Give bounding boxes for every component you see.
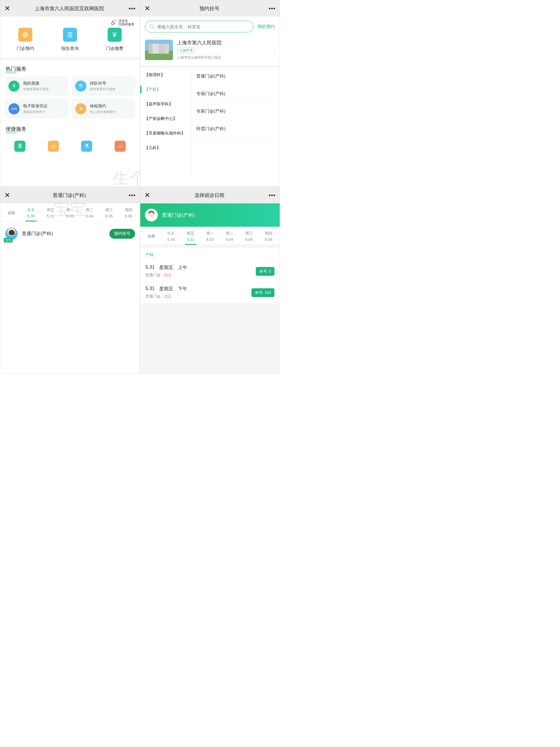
clinic-type-list[interactable]: 普通门诊(产科)专病门诊(产科)专家门诊(产科)特需门诊(产科)	[192, 68, 280, 176]
date-weekday: 周一	[206, 231, 214, 236]
close-icon[interactable]: ✕	[144, 4, 150, 12]
date-tab[interactable]: 今天5.30	[162, 231, 181, 244]
department-list[interactable]: 【病理科】【产科】【超声医学科】【产前诊断中心】【耳鼻咽喉头颈外科】【儿科】	[140, 68, 192, 176]
more-icon[interactable]: •••	[269, 192, 276, 199]
pane-clinic-list: ✕ 普通门诊(产科) ••• 全部 今天5.30周五5.31周一6.03周二6.…	[0, 187, 140, 374]
date-tab[interactable]: 周四6.06	[259, 231, 278, 244]
convenience-item[interactable]: ⚗	[81, 140, 92, 152]
clinic-item[interactable]: 当天 普通门诊(产科) 预约挂号	[0, 222, 140, 246]
dept-label: 产科	[140, 248, 280, 261]
svg-point-0	[111, 22, 114, 25]
date-tab-all[interactable]: 全部	[2, 210, 21, 218]
page-title: 上海市第六人民医院互联网医院	[35, 5, 104, 12]
convenience-item[interactable]: —	[115, 140, 126, 152]
date-md: 5.30	[27, 214, 35, 218]
card-icon: 号	[75, 80, 86, 92]
clinic-type-item[interactable]: 专家门诊(产科)	[192, 103, 280, 120]
card-icon: CHS	[8, 103, 20, 114]
slot-price: 25元	[164, 273, 171, 278]
quick-action-item[interactable]: ¥门诊缴费	[106, 28, 123, 51]
date-md: 5.31	[47, 214, 54, 218]
book-button[interactable]: 预约挂号	[109, 229, 135, 239]
hospital-address: 上海市宜山路600号徐汇院区	[177, 55, 269, 60]
date-tab[interactable]: 周二6.04	[80, 207, 99, 221]
clinic-type-item[interactable]: 特需门诊(产科)	[192, 120, 280, 138]
hot-service-card[interactable]: ¥我的票据在线查看电子发票	[5, 76, 68, 96]
card-title: 体检预约	[90, 104, 132, 109]
convenience-item[interactable]: ▭	[48, 140, 59, 152]
my-appointments-link[interactable]: 我的预约	[258, 24, 275, 29]
header: ✕ 预约挂号 •••	[140, 0, 280, 17]
page-title: 选择就诊日期	[194, 192, 224, 199]
date-weekday: 周一	[66, 207, 74, 213]
hot-service-card[interactable]: ✦体检预约线上进行体检预约	[72, 99, 135, 119]
quick-action-item[interactable]: ≣报告查询	[61, 28, 79, 51]
date-tab[interactable]: 周一6.03	[201, 231, 220, 244]
date-md: 5.30	[167, 237, 175, 241]
department-item[interactable]: 【超声医学科】	[140, 97, 191, 111]
clinic-type-item[interactable]: 专病门诊(产科)	[192, 85, 280, 103]
hot-service-card[interactable]: CHS电子医保凭证看病买药免带卡	[5, 99, 68, 119]
date-tab[interactable]: 周三6.05	[239, 231, 259, 244]
banner-title: 普通门诊(产科)	[162, 212, 195, 218]
service-icon: ⊕	[18, 28, 32, 42]
department-item[interactable]: 【产前诊断中心】	[140, 111, 191, 126]
close-icon[interactable]: ✕	[144, 191, 150, 199]
date-tab[interactable]: 周五5.31	[41, 207, 60, 221]
close-icon[interactable]: ✕	[4, 191, 10, 199]
card-subtitle: 实时查看叫号进程	[90, 87, 132, 91]
date-tab-all[interactable]: 全部	[142, 234, 161, 242]
search-input[interactable]	[157, 24, 249, 29]
svg-line-2	[153, 28, 154, 29]
doctor-avatar-icon	[145, 209, 158, 222]
time-slot[interactable]: 5.31星期五上午普通门诊25元余号: 3	[140, 261, 280, 282]
more-icon[interactable]: •••	[129, 5, 136, 12]
department-item[interactable]: 【耳鼻咽喉头颈外科】	[140, 126, 191, 140]
today-badge: 当天	[4, 238, 12, 242]
date-md: 6.03	[66, 214, 74, 218]
search-box[interactable]	[145, 21, 254, 32]
department-item[interactable]: 【儿科】	[140, 140, 191, 155]
card-icon: ✦	[75, 103, 86, 114]
slot-type: 普通门诊	[145, 273, 161, 278]
hot-service-card[interactable]: 号排队叫号实时查看叫号进程	[72, 76, 135, 96]
slot-dow: 星期五	[159, 265, 173, 271]
service-icon: ▭	[48, 140, 59, 152]
accessibility-badge[interactable]: 适老化 无障碍服务	[111, 19, 134, 26]
quick-action-item[interactable]: ⊕门诊预约	[17, 28, 34, 51]
date-weekday: 周三	[245, 231, 253, 236]
quick-action-label: 门诊缴费	[106, 46, 123, 51]
slot-type: 普通门诊	[145, 294, 161, 299]
date-md: 5.31	[187, 237, 194, 241]
clinic-type-item[interactable]: 普通门诊(产科)	[192, 68, 280, 85]
accessibility-label: 适老化 无障碍服务	[118, 19, 134, 26]
date-weekday: 周五	[47, 207, 54, 213]
hospital-name: 上海市第六人民医院	[177, 40, 269, 46]
date-weekday: 周五	[187, 231, 194, 236]
date-tab[interactable]: 周五5.31	[181, 231, 200, 244]
convenience-item[interactable]: ≣	[14, 140, 25, 152]
pane-appointment: ✕ 预约挂号 ••• 我的预约 上海市第六人民医院 三级甲等 上海市宜山路600…	[140, 0, 280, 187]
more-icon[interactable]: •••	[129, 192, 136, 199]
department-item[interactable]: 【病理科】	[140, 68, 191, 82]
time-slot[interactable]: 5.31星期五下午普通门诊25元余号: 104	[140, 282, 280, 303]
svg-point-1	[150, 25, 153, 28]
more-icon[interactable]: •••	[269, 5, 276, 12]
card-title: 电子医保凭证	[23, 104, 65, 109]
date-md: 6.05	[105, 214, 113, 218]
date-tab[interactable]: 周三6.05	[100, 207, 118, 221]
hospital-card[interactable]: 上海市第六人民医院 三级甲等 上海市宜山路600号徐汇院区 ›	[140, 36, 280, 68]
date-tab[interactable]: 周四6.06	[119, 207, 138, 221]
slot-ampm: 上午	[178, 265, 187, 271]
date-tab[interactable]: 周二6.04	[220, 231, 239, 244]
pane-hospital-home: ✕ 上海市第六人民医院互联网医院 ••• 适老化 无障碍服务 ⊕门诊预约≣报告查…	[0, 0, 140, 187]
service-icon: ≣	[63, 28, 77, 42]
date-md: 6.04	[86, 214, 93, 218]
close-icon[interactable]: ✕	[4, 4, 10, 12]
header: ✕ 选择就诊日期 •••	[140, 187, 280, 203]
department-item[interactable]: 【产科】	[140, 82, 191, 97]
date-tabs: 全部 今天5.30周五5.31周一6.03周二6.04周三6.05周四6.06	[140, 227, 280, 245]
date-tab[interactable]: 周一6.03	[61, 207, 80, 221]
date-tab[interactable]: 今天5.30	[22, 207, 41, 221]
card-title: 我的票据	[23, 81, 65, 86]
